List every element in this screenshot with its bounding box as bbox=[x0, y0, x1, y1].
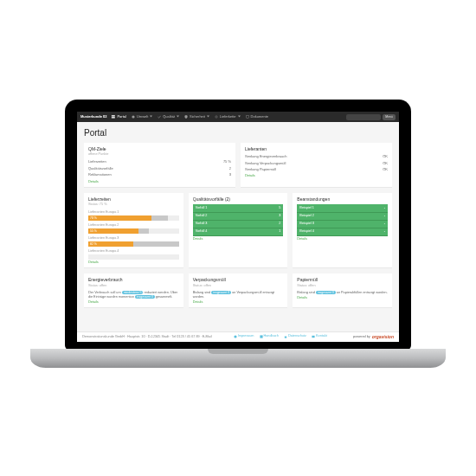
vendor-logo: orgavision bbox=[372, 334, 394, 340]
svg-point-5 bbox=[215, 116, 217, 118]
footer-link[interactable]: Datenschutz bbox=[284, 334, 306, 338]
footer-link[interactable]: Handbuch bbox=[260, 334, 279, 338]
book-icon bbox=[260, 335, 263, 338]
chevron-down-icon bbox=[177, 115, 179, 118]
kv-row: Lieferzeiten75 % bbox=[88, 159, 231, 164]
shield-icon bbox=[184, 115, 188, 119]
value-badge: insgesamt 0 bbox=[316, 291, 336, 294]
search-input[interactable] bbox=[346, 114, 381, 120]
info-icon bbox=[234, 335, 237, 338]
details-link[interactable]: Details bbox=[88, 261, 99, 264]
check-icon bbox=[158, 115, 161, 119]
panel-verpackung: Verpackungsmüll Status: offen Bislang si… bbox=[189, 273, 288, 308]
page-footer: Demonstrationskunde GmbH · Hauptstr. 10 … bbox=[77, 331, 399, 342]
panel-title: Verpackungsmüll bbox=[193, 277, 284, 283]
chevron-down-icon bbox=[207, 115, 209, 118]
footer-link[interactable]: Impressum bbox=[234, 334, 254, 338]
details-link[interactable]: Details bbox=[193, 237, 203, 241]
cog-icon bbox=[215, 115, 218, 119]
kv-row: Senkung EnergieverbrauchOK bbox=[245, 154, 388, 158]
panel-title: Lieferzeiten bbox=[88, 196, 179, 203]
details-link[interactable]: Details bbox=[245, 174, 255, 177]
value-badge: insgesamt 0 bbox=[211, 291, 231, 294]
chevron-down-icon bbox=[238, 115, 241, 118]
complaint-table: Beispiel 1- Beispiel 2- Beispiel 3- Beis… bbox=[297, 204, 388, 236]
company-info: Demonstrationskunde GmbH · Hauptstr. 10 … bbox=[82, 335, 212, 338]
menu-button[interactable]: Menü bbox=[383, 114, 396, 120]
svg-rect-0 bbox=[112, 115, 113, 117]
panel-title: Beanstandungen bbox=[297, 196, 388, 203]
panel-body: Bislang sind insgesamt 0 an Verpackungsm… bbox=[193, 291, 284, 299]
panel-subtitle: offene Punkte bbox=[88, 152, 231, 157]
nav-item-portal[interactable]: Portal bbox=[112, 114, 125, 119]
kv-row: Senkung PapiermüllOK bbox=[245, 167, 388, 171]
progress-bar: 82 % bbox=[88, 241, 179, 247]
value-badge: insgesamt 0 bbox=[135, 295, 155, 299]
issue-table: Vorfall 15 Vorfall 23 Vorfall 32 Vorfall… bbox=[193, 204, 284, 236]
nav-item-sicherheit[interactable]: Sicherheit bbox=[184, 114, 209, 119]
svg-rect-9 bbox=[285, 336, 286, 338]
mail-icon bbox=[312, 335, 315, 338]
svg-rect-8 bbox=[260, 335, 262, 338]
panel-qualitaetsvorfaelle: Qualitätsvorfälle (2) Vorfall 15 Vorfall… bbox=[189, 193, 288, 269]
svg-point-4 bbox=[132, 115, 134, 118]
kv-row: Senkung VerpackungsmüllOK bbox=[245, 161, 388, 165]
details-link[interactable]: Details bbox=[297, 296, 307, 299]
top-navbar: Musterkunde 02 Portal Umwelt Qualität bbox=[77, 112, 399, 122]
lock-icon bbox=[284, 335, 287, 338]
details-link[interactable]: Details bbox=[297, 237, 307, 241]
panel-subtitle: Status: offen bbox=[193, 284, 284, 288]
svg-rect-10 bbox=[312, 336, 314, 338]
panel-lieferanten: Lieferanten Senkung EnergieverbrauchOK S… bbox=[241, 143, 392, 188]
panel-subtitle: Status: offen bbox=[297, 284, 388, 288]
th-icon bbox=[112, 115, 115, 119]
panel-beanstandungen: Beanstandungen Beispiel 1- Beispiel 2- B… bbox=[293, 193, 392, 269]
svg-rect-3 bbox=[113, 117, 115, 119]
panel-papier: Papiermüll Status: offen Bislang sind in… bbox=[293, 273, 392, 308]
details-link[interactable]: Details bbox=[88, 180, 99, 183]
panel-title: Qualitätsvorfälle (2) bbox=[193, 196, 284, 203]
svg-rect-2 bbox=[112, 117, 113, 119]
svg-rect-6 bbox=[246, 115, 248, 118]
value-badge: mindestens 5 bbox=[122, 291, 144, 294]
panel-title: Energieverbrauch bbox=[88, 277, 179, 283]
panel-title: QM-Ziele bbox=[88, 146, 231, 152]
panel-title: Lieferanten bbox=[245, 146, 388, 152]
svg-point-7 bbox=[234, 335, 236, 338]
nav-item-umwelt[interactable]: Umwelt bbox=[132, 114, 152, 119]
nav-item-dokumente[interactable]: Dokumente bbox=[246, 114, 268, 119]
nav-item-qualitaet[interactable]: Qualität bbox=[158, 114, 179, 119]
chevron-down-icon bbox=[150, 115, 152, 118]
progress-bar: 70 % bbox=[88, 215, 179, 221]
page-title: Portal bbox=[84, 127, 392, 139]
leaf-icon bbox=[132, 115, 135, 119]
panel-lieferzeiten: Lieferzeiten Status: 75 % Lieferanten Eu… bbox=[84, 193, 183, 269]
nav-item-lieferkette[interactable]: Lieferkette bbox=[215, 114, 241, 119]
panel-body: Bislang sind insgesamt 0 an Papierabfäll… bbox=[297, 291, 388, 295]
brand: Musterkunde 02 bbox=[80, 114, 106, 119]
progress-bar bbox=[88, 254, 179, 260]
svg-rect-1 bbox=[113, 115, 115, 117]
details-link[interactable]: Details bbox=[193, 300, 203, 304]
details-link[interactable]: Details bbox=[88, 300, 99, 304]
panel-title: Papiermüll bbox=[297, 277, 388, 283]
file-icon bbox=[246, 115, 249, 119]
panel-qm-ziele: QM-Ziele offene Punkte Lieferzeiten75 % … bbox=[84, 143, 235, 188]
progress-bar: 55 % bbox=[88, 228, 179, 234]
panel-subtitle: Status: offen bbox=[88, 284, 179, 288]
panel-energie: Energieverbrauch Status: offen Der Verbr… bbox=[84, 273, 183, 308]
kv-row: Reklamationen3 bbox=[88, 172, 231, 177]
powered-by-text: powered by bbox=[353, 335, 370, 339]
kv-row: Qualitätsvorfälle2 bbox=[88, 166, 231, 170]
panel-subtitle: Status: 75 % bbox=[88, 203, 179, 207]
panel-body: Der Verbrauch soll um mindestens 5 reduz… bbox=[88, 291, 179, 299]
footer-link[interactable]: Kontakt bbox=[312, 334, 327, 338]
